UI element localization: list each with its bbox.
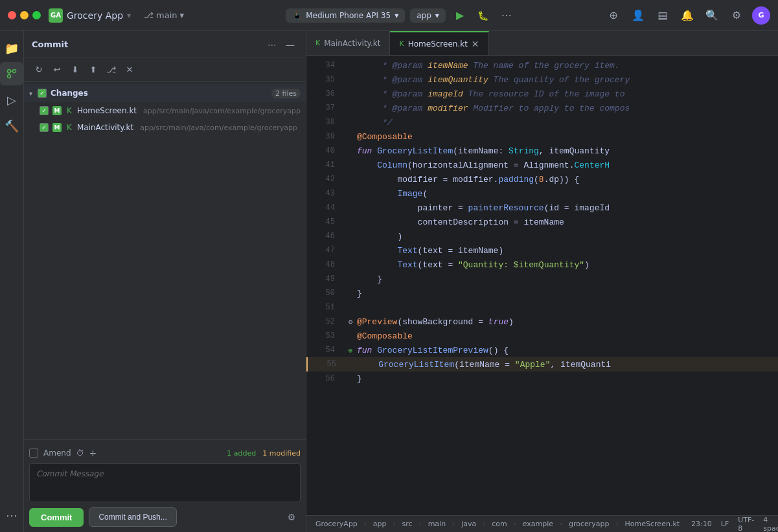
main-layout: 📁 ▷ 🔨 ⋯ Commit ⋯ — ↻ ↩ ⬇ ⬆ bbox=[0, 31, 778, 532]
tab-mainactivity[interactable]: K MainActivity.kt bbox=[306, 31, 391, 55]
titlebar: GA Grocery App ▾ ⎇ main ▾ 📱 Medium Phone… bbox=[0, 0, 778, 31]
app-icon: GA bbox=[49, 8, 63, 23]
app-dropdown-icon[interactable]: ▾ bbox=[127, 11, 131, 20]
editor-panel: K MainActivity.kt K HomeScreen.kt ✕ ⋯ 🔔 … bbox=[306, 31, 778, 532]
run-button[interactable]: ▶ bbox=[451, 6, 469, 25]
maximize-window-btn[interactable] bbox=[32, 11, 41, 19]
activity-vcs[interactable] bbox=[0, 62, 23, 85]
amend-stats: 1 added 1 modified bbox=[227, 449, 301, 458]
indent-setting[interactable]: 4 spaces bbox=[759, 516, 778, 533]
code-line: 52⚙@Preview(showBackground = true) bbox=[306, 315, 778, 329]
minimize-window-btn[interactable] bbox=[20, 11, 29, 19]
search-icon[interactable]: 🔍 bbox=[703, 6, 721, 25]
file-checkbox-homescreen[interactable] bbox=[40, 106, 49, 115]
file-item-mainactivity[interactable]: M K MainActivity.kt app/src/main/java/co… bbox=[24, 119, 306, 136]
tab-label-homescreen: HomeScreen.kt bbox=[408, 39, 468, 49]
breadcrumb-separator: › bbox=[483, 520, 485, 527]
close-toolbar-btn[interactable]: ✕ bbox=[121, 61, 138, 78]
close-window-btn[interactable] bbox=[8, 11, 16, 19]
breadcrumb-item[interactable]: src bbox=[398, 520, 417, 528]
amend-checkbox[interactable] bbox=[29, 449, 38, 458]
code-line: 35 * @param itemQuantity The quantity of… bbox=[306, 72, 778, 87]
breadcrumb-separator: › bbox=[452, 520, 455, 527]
line-content: ) bbox=[357, 232, 402, 241]
file-checkbox-mainactivity[interactable] bbox=[40, 123, 49, 132]
indent-text: 4 spaces bbox=[763, 516, 778, 533]
changes-header[interactable]: ▾ Changes 2 files bbox=[24, 84, 306, 102]
refresh-btn[interactable]: ↻ bbox=[30, 61, 47, 78]
commit-message-input[interactable]: Commit Message bbox=[29, 463, 301, 502]
select-all-checkbox[interactable] bbox=[38, 89, 47, 98]
line-content: Text(text = "Quantity: $itemQuantity") bbox=[357, 260, 589, 270]
fetch-btn[interactable]: ⬇ bbox=[67, 61, 84, 78]
commit-panel: Commit ⋯ — ↻ ↩ ⬇ ⬆ ⎇ ✕ ▾ Changes 2 files bbox=[24, 31, 306, 532]
breadcrumb-item[interactable]: GroceryApp bbox=[312, 520, 361, 528]
breadcrumb-item[interactable]: main bbox=[424, 520, 450, 528]
panel-title: Commit bbox=[32, 39, 264, 49]
vcs-icon[interactable]: ⊕ bbox=[604, 6, 623, 25]
commit-message-placeholder: Commit Message bbox=[36, 469, 104, 478]
notifications-icon[interactable]: 🔔 bbox=[678, 6, 696, 25]
breadcrumb-item[interactable]: com bbox=[488, 520, 511, 528]
file-name-mainactivity: MainActivity.kt bbox=[77, 123, 133, 132]
line-number: 48 bbox=[312, 260, 335, 269]
line-content: * @param modifier Modifier to apply to t… bbox=[357, 104, 630, 113]
user-avatar[interactable]: G bbox=[752, 6, 770, 25]
tab-close-homescreen[interactable]: ✕ bbox=[472, 39, 479, 49]
activity-run[interactable]: ▷ bbox=[0, 88, 23, 111]
cursor-position[interactable]: 23:10 bbox=[687, 520, 716, 528]
svg-point-1 bbox=[8, 75, 11, 78]
code-editor[interactable]: 34 * @param itemName The name of the gro… bbox=[306, 56, 778, 515]
branch-selector[interactable]: ⎇ main ▾ bbox=[144, 10, 184, 20]
add-icon[interactable]: + bbox=[89, 448, 97, 458]
device-selector[interactable]: 📱 Medium Phone API 35 ▾ bbox=[286, 8, 405, 23]
expand-icon[interactable]: ⋯ bbox=[264, 37, 280, 52]
settings-icon[interactable]: ⚙ bbox=[727, 6, 746, 25]
editor-tabs: K MainActivity.kt K HomeScreen.kt ✕ ⋯ 🔔 bbox=[306, 31, 778, 56]
activity-build[interactable]: 🔨 bbox=[0, 114, 23, 137]
activity-more[interactable]: ⋯ bbox=[0, 504, 23, 527]
target-selector[interactable]: app ▾ bbox=[410, 8, 446, 23]
line-number: 53 bbox=[312, 331, 335, 340]
position-text: 23:10 bbox=[691, 520, 712, 528]
commit-push-button[interactable]: Commit and Push... bbox=[89, 507, 176, 527]
code-line: 41 Column(horizontalAlignment = Alignmen… bbox=[306, 158, 778, 172]
profile-icon[interactable]: 👤 bbox=[629, 6, 647, 25]
code-line: 53@Composable bbox=[306, 329, 778, 343]
breadcrumb-item[interactable]: java bbox=[457, 520, 480, 528]
code-line: 34 * @param itemName The name of the gro… bbox=[306, 58, 778, 72]
line-number: 39 bbox=[312, 132, 335, 141]
branch-btn[interactable]: ⎇ bbox=[103, 61, 120, 78]
push-btn[interactable]: ⬆ bbox=[85, 61, 102, 78]
debug-button[interactable]: 🐛 bbox=[474, 6, 492, 25]
run-manager-icon[interactable]: ▤ bbox=[654, 6, 672, 25]
changes-count: 2 files bbox=[271, 89, 301, 98]
charset[interactable]: UTF-8 bbox=[734, 516, 758, 533]
commit-settings-btn[interactable]: ⚙ bbox=[282, 508, 301, 526]
breadcrumb-item[interactable]: app bbox=[369, 520, 391, 528]
activity-files[interactable]: 📁 bbox=[0, 36, 23, 60]
commit-button[interactable]: Commit bbox=[29, 508, 84, 527]
code-line: 38 */ bbox=[306, 115, 778, 129]
line-number: 35 bbox=[312, 75, 335, 84]
file-item-homescreen[interactable]: M K HomeScreen.kt app/src/main/java/com/… bbox=[24, 102, 306, 119]
commit-toolbar: ↻ ↩ ⬇ ⬆ ⎇ ✕ bbox=[24, 58, 306, 82]
breadcrumb-item[interactable]: HomeScreen.kt bbox=[621, 520, 683, 528]
more-options-btn[interactable]: ⋯ bbox=[498, 6, 516, 25]
breadcrumb-item[interactable]: example bbox=[519, 520, 557, 528]
line-content: fun GroceryListItemPreview() { bbox=[357, 346, 509, 355]
amend-row: Amend ⏱ + 1 added 1 modified bbox=[29, 445, 301, 463]
line-number: 37 bbox=[312, 104, 335, 113]
code-line: 54⊕fun GroceryListItemPreview() { bbox=[306, 343, 778, 357]
file-status-mainactivity: M bbox=[52, 123, 62, 132]
code-line: 48 Text(text = "Quantity: $itemQuantity"… bbox=[306, 258, 778, 272]
breadcrumb-item[interactable]: groceryapp bbox=[565, 520, 613, 528]
line-endings[interactable]: LF bbox=[717, 520, 733, 528]
line-content: painter = painterResource(id = imageId bbox=[357, 203, 610, 213]
history-icon[interactable]: ⏱ bbox=[76, 449, 84, 458]
code-line: 50} bbox=[306, 286, 778, 300]
line-content: Column(horizontalAlignment = Alignment.C… bbox=[357, 161, 610, 170]
tab-homescreen[interactable]: K HomeScreen.kt ✕ bbox=[390, 31, 488, 55]
undo-btn[interactable]: ↩ bbox=[49, 61, 65, 78]
collapse-icon[interactable]: — bbox=[282, 37, 298, 52]
